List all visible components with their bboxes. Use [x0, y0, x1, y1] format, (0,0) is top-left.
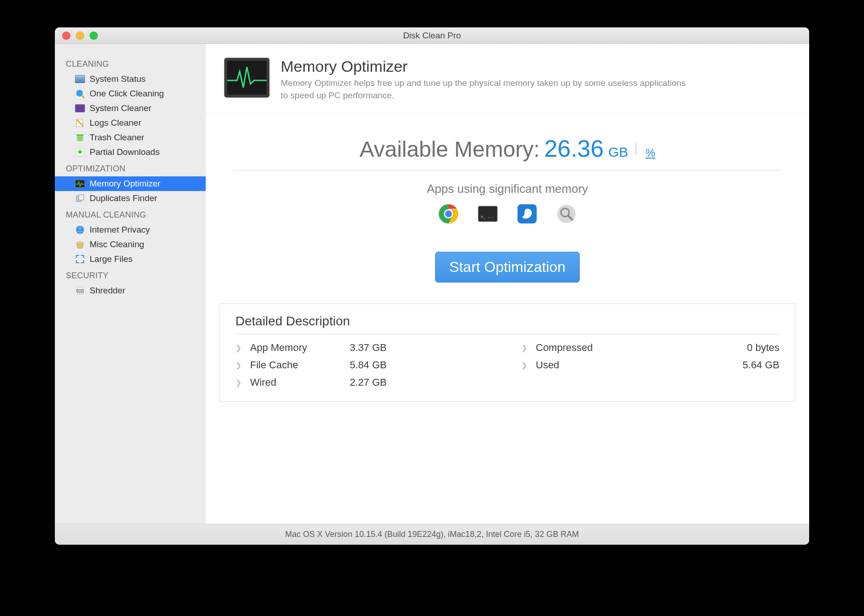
available-label: Available Memory: — [360, 137, 540, 162]
terminal-app-icon[interactable]: >_ ... — [477, 203, 498, 224]
available-memory-row: Available Memory: 26.36 GB % — [206, 114, 809, 170]
sidebar-item-large-files[interactable]: Large Files — [55, 252, 206, 266]
start-optimization-button[interactable]: Start Optimization — [435, 252, 580, 282]
svg-rect-4 — [76, 134, 84, 136]
detail-label: Used — [536, 359, 627, 371]
unit-divider — [635, 143, 636, 154]
sidebar-item-misc-cleaning[interactable]: Misc Cleaning — [55, 237, 206, 252]
globe-brush-icon — [75, 89, 85, 99]
sidebar-item-label: System Cleaner — [90, 103, 151, 113]
sidebar-item-logs-cleaner[interactable]: Logs Cleaner — [55, 116, 206, 130]
chevron-right-icon: ❯ — [235, 344, 242, 352]
svg-rect-7 — [79, 195, 84, 200]
svg-text:>_ ...: >_ ... — [481, 215, 494, 219]
svg-point-17 — [445, 211, 452, 218]
detail-value: 5.84 GB — [350, 359, 494, 371]
main-header: Memory Optimizer Memory Optimizer helps … — [206, 44, 809, 114]
pulse-icon — [75, 179, 85, 189]
close-button[interactable] — [62, 32, 70, 40]
detail-label: File Cache — [250, 359, 341, 371]
detail-row: ❯App Memory3.37 GB — [235, 342, 494, 354]
sidebar-item-label: Duplicates Finder — [90, 193, 157, 203]
available-value: 26.36 — [544, 135, 604, 162]
detail-grid: ❯App Memory3.37 GB❯Compressed0 bytes❯Fil… — [235, 342, 779, 388]
sidebar-item-label: One Click Cleaning — [90, 89, 164, 99]
detail-box: Detailed Description ❯App Memory3.37 GB❯… — [219, 303, 795, 402]
svg-rect-12 — [78, 287, 82, 289]
detail-value: 3.37 GB — [350, 342, 494, 354]
sidebar-item-label: Memory Optimizer — [90, 179, 160, 189]
chip-icon — [75, 103, 85, 113]
chevron-right-icon: ❯ — [521, 344, 528, 352]
sidebar-item-one-click-cleaning[interactable]: One Click Cleaning — [55, 86, 206, 101]
page-title: Memory Optimizer — [281, 58, 692, 75]
detail-value: 0 bytes — [635, 342, 779, 354]
detail-row: ❯File Cache5.84 GB — [235, 359, 494, 371]
chevron-right-icon: ❯ — [235, 361, 242, 370]
percent-toggle[interactable]: % — [645, 147, 655, 159]
sidebar-item-shredder[interactable]: Shredder — [55, 283, 206, 298]
bucket-icon — [75, 239, 85, 250]
sidebar-item-memory-optimizer[interactable]: Memory Optimizer — [55, 176, 206, 191]
globe-icon — [75, 225, 85, 235]
sidebar-item-internet-privacy[interactable]: Internet Privacy — [55, 223, 206, 237]
download-arrow-icon — [75, 147, 85, 157]
sidebar-item-label: Misc Cleaning — [90, 239, 144, 250]
detail-label: Compressed — [536, 342, 627, 354]
sidebar-item-label: Partial Downloads — [90, 147, 160, 157]
page-description: Memory Optimizer helps free up and tune … — [281, 77, 692, 101]
minimize-button[interactable] — [76, 32, 84, 40]
app-window: Disk Clean Pro CLEANINGSystem StatusOne … — [55, 27, 809, 545]
sidebar-item-system-status[interactable]: System Status — [55, 72, 206, 86]
detail-row: ❯Used5.64 GB — [521, 359, 779, 371]
apps-label: Apps using significant memory — [206, 182, 809, 196]
window-title: Disk Clean Pro — [55, 31, 809, 41]
sidebar-item-trash-cleaner[interactable]: Trash Cleaner — [55, 130, 206, 145]
sidebar-item-label: Shredder — [90, 286, 125, 296]
dup-icon — [75, 193, 85, 203]
sidebar-item-label: Internet Privacy — [90, 225, 150, 235]
main-panel: Memory Optimizer Memory Optimizer helps … — [206, 44, 809, 524]
sidebar-section-header: CLEANING — [55, 55, 206, 72]
svg-point-10 — [77, 242, 83, 244]
sidebar-section-header: SECURITY — [55, 266, 206, 283]
detail-row: ❯Compressed0 bytes — [521, 342, 779, 354]
shredder-icon — [75, 286, 85, 296]
sidebar-item-system-cleaner[interactable]: System Cleaner — [55, 101, 206, 116]
sidebar-item-partial-downloads[interactable]: Partial Downloads — [55, 145, 206, 159]
detail-row: ❯Wired2.27 GB — [235, 377, 494, 388]
swirl-blue-app-icon[interactable] — [517, 203, 538, 224]
titlebar: Disk Clean Pro — [55, 27, 809, 44]
sidebar-section-header: MANUAL CLEANING — [55, 206, 206, 223]
svg-rect-3 — [77, 136, 83, 141]
chevron-right-icon: ❯ — [235, 378, 242, 387]
memory-pulse-icon — [224, 58, 270, 98]
apps-row: >_ ... — [206, 203, 809, 224]
svg-rect-18 — [478, 206, 497, 222]
zoom-button[interactable] — [90, 32, 98, 40]
expand-icon — [75, 254, 85, 264]
sidebar-item-label: System Status — [90, 74, 146, 84]
detail-label: App Memory — [250, 342, 341, 354]
detail-value: 2.27 GB — [350, 377, 494, 388]
detail-title: Detailed Description — [235, 314, 779, 335]
monitor-icon — [75, 74, 85, 84]
detail-label: Wired — [250, 377, 341, 388]
chrome-app-icon[interactable] — [438, 203, 459, 224]
sidebar: CLEANINGSystem StatusOne Click CleaningS… — [55, 44, 206, 524]
significant-apps-section: Apps using significant memory >_ ... — [206, 171, 809, 229]
svg-rect-11 — [76, 289, 84, 292]
detail-value: 5.64 GB — [635, 359, 779, 371]
available-unit: GB — [608, 144, 628, 160]
sidebar-item-label: Logs Cleaner — [90, 118, 141, 128]
window-controls — [55, 32, 98, 40]
sidebar-section-header: OPTIMIZATION — [55, 159, 206, 176]
magnifier-app-icon[interactable] — [556, 203, 577, 224]
chevron-right-icon: ❯ — [521, 361, 528, 370]
pencil-doc-icon — [75, 118, 85, 128]
trash-icon — [75, 133, 85, 143]
sidebar-item-duplicates-finder[interactable]: Duplicates Finder — [55, 191, 206, 206]
sidebar-item-label: Trash Cleaner — [90, 133, 144, 143]
footer-system-info: Mac OS X Version 10.15.4 (Build 19E224g)… — [55, 524, 809, 545]
sidebar-item-label: Large Files — [90, 254, 133, 264]
